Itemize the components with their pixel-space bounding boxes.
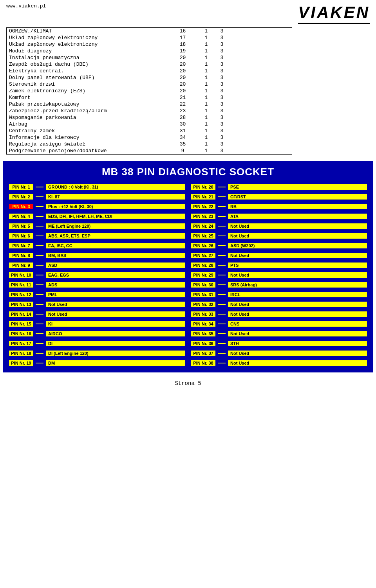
- table-cell-name: Airbag: [7, 121, 171, 128]
- pin-connector: [36, 275, 43, 275]
- table-cell-col2: 34: [171, 134, 195, 141]
- pin-value: Not Used: [228, 311, 367, 317]
- table-row: Układ zapłonowy elektroniczny 18 1 3: [7, 41, 292, 48]
- table-row: Zespół obsługi dachu (DBE) 20 1 3: [7, 61, 292, 68]
- table-cell-col3: 1: [195, 54, 218, 61]
- table-cell-col2: 18: [171, 41, 195, 48]
- pin-number: PIN Nr. 38: [191, 360, 215, 366]
- pin-value: Not Used: [228, 272, 367, 278]
- pin-connector: [36, 196, 43, 197]
- table-cell-col3: 1: [195, 74, 218, 81]
- table-row: Centralny zamek 31 1 3: [7, 128, 292, 134]
- pin-connector: [218, 216, 226, 217]
- table-row: Regulacja zasięgu świateł 35 1 3: [7, 141, 292, 147]
- table-cell-col4: 3: [218, 114, 292, 121]
- pin-value: Not Used: [228, 331, 367, 336]
- pin-value: PML: [46, 292, 185, 297]
- pin-connector: [218, 294, 226, 295]
- pin-number: PIN Nr. 23: [191, 214, 215, 219]
- table-cell-name: Zabezpiecz.przed kradzieżą/alarm: [7, 108, 171, 114]
- footer: Strona 5: [0, 372, 376, 394]
- pin-value: Kl. 87: [46, 194, 185, 200]
- pin-row: PIN Nr. 21 CF/RST: [191, 192, 367, 201]
- table-cell-col2: 20: [171, 68, 195, 74]
- pin-number: PIN Nr. 36: [191, 341, 215, 346]
- table-cell-name: Pałak przeciwkapotażowy: [7, 101, 171, 108]
- table-cell-name: Dolny panel sterowania (UBF): [7, 74, 171, 81]
- table-cell-col3: 1: [195, 101, 218, 108]
- table-cell-name: Moduł diagnozy: [7, 48, 171, 54]
- pin-connector: [218, 284, 226, 285]
- pin-number: PIN Nr. 14: [9, 311, 33, 317]
- pin-value: PTS: [228, 263, 367, 268]
- pin-value: ME (Left Engine 120): [46, 223, 185, 229]
- table-cell-col4: 3: [218, 81, 292, 88]
- pin-value: Not Used: [228, 302, 367, 307]
- pin-row: PIN Nr. 31 IRCL: [191, 290, 367, 299]
- table-cell-col3: 1: [195, 41, 218, 48]
- table-cell-col4: 3: [218, 128, 292, 134]
- pin-number: PIN Nr. 20: [191, 184, 215, 190]
- table-cell-col3: 1: [195, 147, 218, 155]
- logo: VIAKEN: [298, 3, 370, 24]
- pin-value: GROUND : 0 Volt (Kl. 31): [46, 184, 185, 190]
- table-cell-col2: 23: [171, 108, 195, 114]
- pin-value: Not Used: [46, 311, 185, 317]
- pin-row: PIN Nr. 10 EAG, EGS: [9, 271, 185, 279]
- table-cell-name: Wspomaganie parkowania: [7, 114, 171, 121]
- pin-number: PIN Nr. 24: [191, 223, 215, 229]
- pin-value: EDS, DFI, IFI, HFM, LH, ME, CDI: [46, 214, 185, 219]
- pin-row: PIN Nr. 20 PSE: [191, 183, 367, 191]
- pin-number: PIN Nr. 16: [9, 331, 33, 336]
- pin-row: PIN Nr. 35 Not Used: [191, 329, 367, 338]
- pin-value: EAG, EGS: [46, 272, 185, 278]
- pin-row: PIN Nr. 9 ASD: [9, 261, 185, 270]
- pin-row: PIN Nr. 25 Not Used: [191, 232, 367, 240]
- pin-value: Not Used: [228, 253, 367, 258]
- table-cell-col4: 3: [218, 61, 292, 68]
- pin-number: PIN Nr. 17: [9, 341, 33, 346]
- pin-value: DM: [46, 360, 185, 366]
- table-cell-name: Układ zapłonowy elektroniczny: [7, 41, 171, 48]
- table-cell-col2: 17: [171, 34, 195, 41]
- table-cell-name: Sterownik drzwi: [7, 81, 171, 88]
- table-row: Elektryka central. 20 1 3: [7, 68, 292, 74]
- table-cell-col2: 20: [171, 81, 195, 88]
- table-cell-name: Układ zapłonowy elektroniczny: [7, 34, 171, 41]
- table-cell-col4: 3: [218, 68, 292, 74]
- pin-connector: [36, 226, 43, 227]
- pin-number: PIN Nr. 26: [191, 243, 215, 248]
- pin-connector: [36, 333, 43, 334]
- table-cell-col3: 1: [195, 68, 218, 74]
- pin-connector: [36, 216, 43, 217]
- pin-number: PIN Nr. 4: [9, 214, 33, 219]
- pin-row: PIN Nr. 15 KI: [9, 320, 185, 328]
- pin-value: STH: [228, 341, 367, 346]
- table-cell-name: Komfort: [7, 94, 171, 101]
- pin-value: Not Used: [46, 302, 185, 307]
- pin-row: PIN Nr. 32 Not Used: [191, 300, 367, 309]
- pin-connector: [218, 314, 226, 315]
- table-row: OGRZEW./KLIMAT 16 1 3: [7, 28, 292, 35]
- table-row: Sterownik drzwi 20 1 3: [7, 81, 292, 88]
- pin-row: PIN Nr. 8 BM, BAS: [9, 251, 185, 260]
- pin-row: PIN Nr. 38 Not Used: [191, 359, 367, 367]
- pin-row: PIN Nr. 36 STH: [191, 339, 367, 348]
- pin-row: PIN Nr. 4 EDS, DFI, IFI, HFM, LH, ME, CD…: [9, 212, 185, 221]
- pin-row: PIN Nr. 23 ATA: [191, 212, 367, 221]
- pin-row: PIN Nr. 11 ADS: [9, 281, 185, 289]
- table-cell-col4: 3: [218, 121, 292, 128]
- table-cell-col4: 3: [218, 141, 292, 147]
- pin-number: PIN Nr. 6: [9, 233, 33, 239]
- table-row: Dolny panel sterowania (UBF) 20 1 3: [7, 74, 292, 81]
- pin-connector: [36, 343, 43, 344]
- table-cell-col4: 3: [218, 54, 292, 61]
- pin-value: ATA: [228, 214, 367, 219]
- pin-value: EA, ISC, CC: [46, 243, 185, 248]
- pin-connector: [218, 226, 226, 227]
- header: www.viaken.pl VIAKEN: [0, 0, 376, 26]
- pin-row: PIN Nr. 16 AIRCO: [9, 329, 185, 338]
- table-cell-col3: 1: [195, 108, 218, 114]
- pin-number: PIN Nr. 22: [191, 204, 215, 209]
- table-cell-col2: 30: [171, 121, 195, 128]
